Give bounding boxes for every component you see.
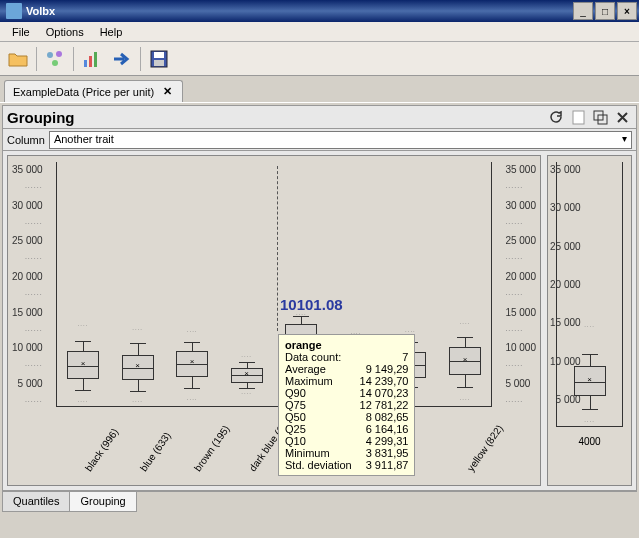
chart-button[interactable]	[78, 45, 106, 73]
app-icon	[6, 3, 22, 19]
tooltip-title: orange	[285, 339, 322, 351]
tab-grouping[interactable]: Grouping	[69, 492, 136, 512]
panel-close-button[interactable]	[612, 107, 632, 127]
copy-button[interactable]	[590, 107, 610, 127]
svg-rect-3	[84, 60, 87, 67]
menu-file[interactable]: File	[4, 24, 38, 40]
boxplot[interactable]: ····×····	[176, 162, 208, 406]
window-title: Volbx	[26, 5, 573, 17]
category-label: blue (633)	[138, 430, 173, 473]
save-button[interactable]	[145, 45, 173, 73]
y-axis-left: 35 000 ······ 30 000 ······ 25 000 ·····…	[12, 164, 43, 405]
boxplot[interactable]: ····×····	[574, 162, 606, 426]
filter-button[interactable]	[41, 45, 69, 73]
document-tab-label: ExampleData (Price per unit)	[13, 86, 154, 98]
crosshair-line	[277, 166, 278, 331]
svg-point-0	[47, 52, 53, 58]
column-select[interactable]: Another trait	[49, 131, 632, 149]
new-button[interactable]	[568, 107, 588, 127]
refresh-button[interactable]	[546, 107, 566, 127]
svg-rect-5	[94, 52, 97, 67]
boxplot[interactable]: ····×····	[67, 162, 99, 406]
svg-rect-7	[154, 52, 164, 58]
boxplot[interactable]: ····×····	[122, 162, 154, 406]
svg-rect-8	[154, 60, 164, 66]
menu-options[interactable]: Options	[38, 24, 92, 40]
cluster-icon	[45, 49, 65, 69]
svg-rect-4	[89, 56, 92, 67]
boxplot[interactable]: ····×····	[449, 162, 481, 406]
main-boxplot-area[interactable]: 35 000 ······ 30 000 ······ 25 000 ·····…	[7, 155, 541, 486]
arrow-right-icon	[112, 51, 132, 67]
copy-icon	[593, 110, 608, 125]
refresh-icon	[549, 110, 564, 125]
menu-help[interactable]: Help	[92, 24, 131, 40]
open-folder-button[interactable]	[4, 45, 32, 73]
minimize-button[interactable]: _	[573, 2, 593, 20]
summary-boxplot-area[interactable]: 35 000 30 000 25 000 20 000 15 000 10 00…	[547, 155, 632, 486]
y-axis-right: 35 000 ······ 30 000 ······ 25 000 ·····…	[505, 164, 536, 405]
floppy-icon	[150, 50, 168, 68]
stats-tooltip: orange Data count:7Average9 149,29Maximu…	[278, 334, 415, 476]
tab-quantiles[interactable]: Quantiles	[2, 492, 70, 512]
category-label: black (996)	[83, 426, 120, 473]
close-icon	[616, 111, 629, 124]
svg-point-1	[56, 51, 62, 57]
svg-rect-9	[573, 111, 584, 124]
maximize-button[interactable]: □	[595, 2, 615, 20]
page-icon	[572, 110, 585, 125]
bar-chart-icon	[82, 50, 102, 68]
boxplot[interactable]: ····×····	[231, 162, 263, 406]
svg-point-2	[52, 60, 58, 66]
folder-icon	[8, 51, 28, 67]
close-button[interactable]: ×	[617, 2, 637, 20]
export-button[interactable]	[108, 45, 136, 73]
column-select-value: Another trait	[54, 133, 114, 145]
tab-close-button[interactable]: ✕	[160, 85, 174, 99]
column-label: Column	[7, 134, 45, 146]
document-tab[interactable]: ExampleData (Price per unit) ✕	[4, 80, 183, 102]
summary-count-label: 4000	[548, 436, 631, 447]
category-label: brown (195)	[192, 423, 232, 473]
panel-title: Grouping	[7, 109, 544, 126]
category-label: yellow (822)	[465, 423, 505, 473]
hover-value: 10101.08	[280, 296, 343, 313]
